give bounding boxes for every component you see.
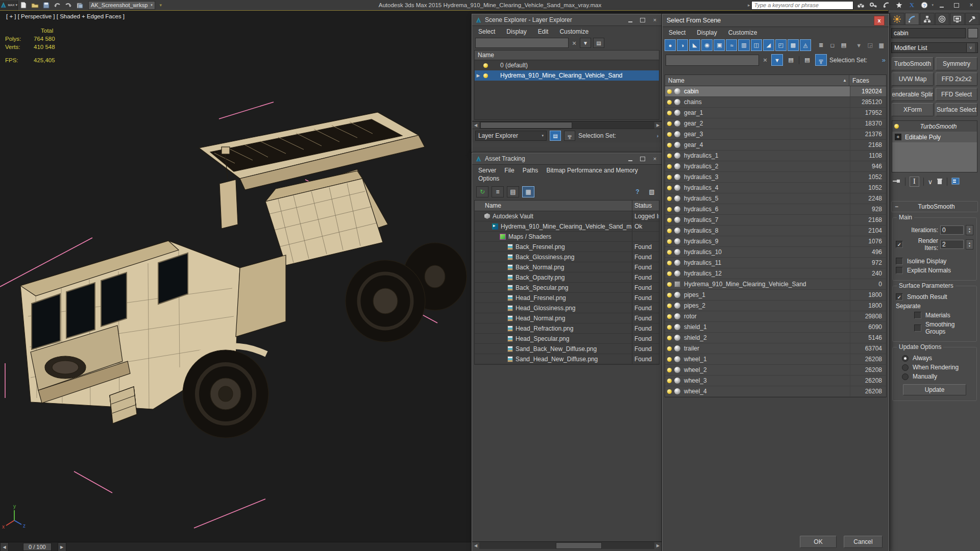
scene-explorer-search-input[interactable] <box>475 38 569 48</box>
asset-table-header[interactable]: Name Status <box>474 200 659 211</box>
asset-row[interactable]: Back_Specular.png Found <box>475 283 659 293</box>
stack-item-editable-poly[interactable]: + Editable Poly <box>892 132 977 142</box>
modifier-button-turbosmooth[interactable]: TurboSmooth <box>892 57 934 70</box>
pin-stack-icon[interactable] <box>893 178 901 186</box>
filter-particles-icon[interactable]: ▩ <box>788 39 799 51</box>
object-visibility-bulb-icon[interactable] <box>667 325 672 330</box>
viewport-3d-model[interactable]: x y z <box>0 10 472 542</box>
asset-row[interactable]: Maps / Shaders <box>475 232 659 242</box>
scroll-right-icon[interactable]: ▶ <box>654 542 662 549</box>
find-filter-icon[interactable]: ▼ <box>580 38 591 48</box>
hierarchy-view-icon[interactable]: ╦ <box>815 54 827 66</box>
asset-row[interactable]: Back_Opacity.png Found <box>475 272 659 283</box>
scene-object-row[interactable]: hydraulics_6 928 <box>665 204 886 215</box>
turbosmooth-rollout-header[interactable]: − TurboSmooth <box>891 201 978 212</box>
object-visibility-bulb-icon[interactable] <box>667 239 672 244</box>
menu-options[interactable]: Options <box>478 175 499 182</box>
filter-helpers-icon[interactable]: ▣ <box>714 39 725 51</box>
scene-explorer-hscrollbar[interactable]: ◀ ▶ <box>472 121 662 129</box>
object-visibility-bulb-icon[interactable] <box>667 207 672 212</box>
menu-select[interactable]: Select <box>669 29 685 36</box>
scene-object-row[interactable]: Hydrema_910_Mine_Clearing_Vehicle_Sand 0 <box>665 279 886 290</box>
filter-combinations-icon[interactable]: ◲ <box>865 40 875 51</box>
tab-hierarchy-icon[interactable] <box>920 13 935 24</box>
window-close-icon[interactable]: × <box>651 156 658 162</box>
isoline-display-checkbox[interactable] <box>896 258 903 265</box>
stack-item-turbosmooth[interactable]: TurboSmooth <box>892 121 977 132</box>
window-minimize-icon[interactable] <box>627 156 634 162</box>
scene-object-row[interactable]: chains 285120 <box>665 97 886 108</box>
open-file-icon[interactable] <box>30 1 40 9</box>
smooth-result-checkbox[interactable]: ✓ <box>896 293 903 300</box>
render-iters-field[interactable]: 2 <box>940 240 964 249</box>
iterations-spinner[interactable]: ▲▼ <box>966 225 973 235</box>
menu-bitmap-performance[interactable]: Bitmap Performance and Memory <box>546 167 638 174</box>
scene-object-row[interactable]: hydraulics_10 496 <box>665 247 886 258</box>
scene-object-row[interactable]: hydraulics_1 1108 <box>665 151 886 161</box>
manually-radio[interactable] <box>902 373 909 380</box>
scene-object-row[interactable]: shield_1 6090 <box>665 322 886 333</box>
filter-funnel-icon[interactable]: ▼ <box>854 40 864 51</box>
expand-all-icon[interactable]: ▆ <box>876 40 887 51</box>
window-maximize-icon[interactable] <box>639 17 646 23</box>
layer-mode-icon[interactable]: ▤ <box>550 131 561 141</box>
object-list-header[interactable]: Name ▲ Faces <box>665 74 887 86</box>
object-visibility-bulb-icon[interactable] <box>667 261 672 265</box>
object-color-swatch[interactable] <box>968 28 978 38</box>
scene-explorer-name-header[interactable]: Name <box>474 50 659 60</box>
update-button[interactable]: Update <box>903 384 966 395</box>
menu-paths[interactable]: Paths <box>523 167 538 174</box>
communication-center-icon[interactable] <box>881 1 891 9</box>
show-end-result-icon[interactable]: I <box>910 177 919 187</box>
always-radio[interactable] <box>902 355 909 362</box>
object-visibility-bulb-icon[interactable] <box>667 293 672 297</box>
smoothing-groups-checkbox[interactable] <box>914 324 921 332</box>
scene-object-row[interactable]: hydraulics_11 972 <box>665 258 886 268</box>
scene-object-row[interactable]: gear_2 18370 <box>665 118 886 129</box>
menu-customize[interactable]: Customize <box>559 28 589 35</box>
scene-object-row[interactable]: hydraulics_9 1076 <box>665 236 886 247</box>
license-key-icon[interactable] <box>868 1 878 9</box>
scene-object-row[interactable]: pipes_1 1800 <box>665 290 886 300</box>
help-question-icon[interactable]: ? <box>632 187 643 197</box>
tab-utilities-icon[interactable] <box>965 13 980 24</box>
filter-groups-icon[interactable]: ▥ <box>738 39 749 51</box>
tab-create-icon[interactable] <box>890 13 904 24</box>
help-icon[interactable]: ? <box>919 1 929 9</box>
object-visibility-bulb-icon[interactable] <box>667 100 672 105</box>
scroll-right-icon[interactable]: ▶ <box>654 122 662 129</box>
modifier-button-ffd-2x2x2[interactable]: FFD 2x2x2 <box>936 72 977 86</box>
help-caret-icon[interactable]: ▾ <box>932 3 934 7</box>
expand-plus-icon[interactable]: + <box>894 133 902 141</box>
asset-row[interactable]: Sand_Head_New_Diffuse.png Found <box>475 354 659 364</box>
menu-display[interactable]: Display <box>697 29 717 36</box>
app-minimize-button[interactable] <box>935 1 948 9</box>
filter-lights-icon[interactable]: ◣ <box>689 39 700 51</box>
remove-modifier-icon[interactable] <box>937 178 943 186</box>
cancel-button[interactable]: Cancel <box>844 536 883 548</box>
scene-object-row[interactable]: rotor 29808 <box>665 311 886 322</box>
asset-row[interactable]: Sand_Back_New_Diffuse.png Found <box>475 344 659 354</box>
time-next-icon[interactable]: ▶ <box>58 542 66 551</box>
object-visibility-bulb-icon[interactable] <box>667 89 672 94</box>
filter-geometry-icon[interactable]: ● <box>665 39 676 51</box>
layer-options-icon[interactable]: ▤ <box>786 55 796 65</box>
asset-row[interactable]: Head_Glossiness.png Found <box>475 303 659 313</box>
scene-object-row[interactable]: gear_1 17952 <box>665 108 886 118</box>
object-visibility-bulb-icon[interactable] <box>667 111 672 115</box>
object-visibility-bulb-icon[interactable] <box>667 379 672 383</box>
layer-visibility-bulb-icon[interactable] <box>483 63 488 68</box>
help-search-input[interactable] <box>751 1 853 10</box>
scene-object-row[interactable]: wheel_1 26208 <box>665 354 886 365</box>
ok-button[interactable]: OK <box>800 536 837 548</box>
max-logo-button[interactable]: MAX ▾ <box>0 1 18 10</box>
favorites-star-icon[interactable] <box>894 1 904 9</box>
asset-row[interactable]: Head_Specular.png Found <box>475 334 659 344</box>
tab-display-icon[interactable] <box>950 13 965 24</box>
hierarchy-mode-icon[interactable]: ╦ <box>564 131 575 141</box>
display-all-icon[interactable]: ≣ <box>816 40 826 51</box>
modifier-button-surface-select[interactable]: Surface Select <box>936 103 977 116</box>
object-visibility-bulb-icon[interactable] <box>667 218 672 222</box>
undo-icon[interactable] <box>52 1 62 9</box>
filter-bones-icon[interactable]: ◢ <box>763 39 774 51</box>
